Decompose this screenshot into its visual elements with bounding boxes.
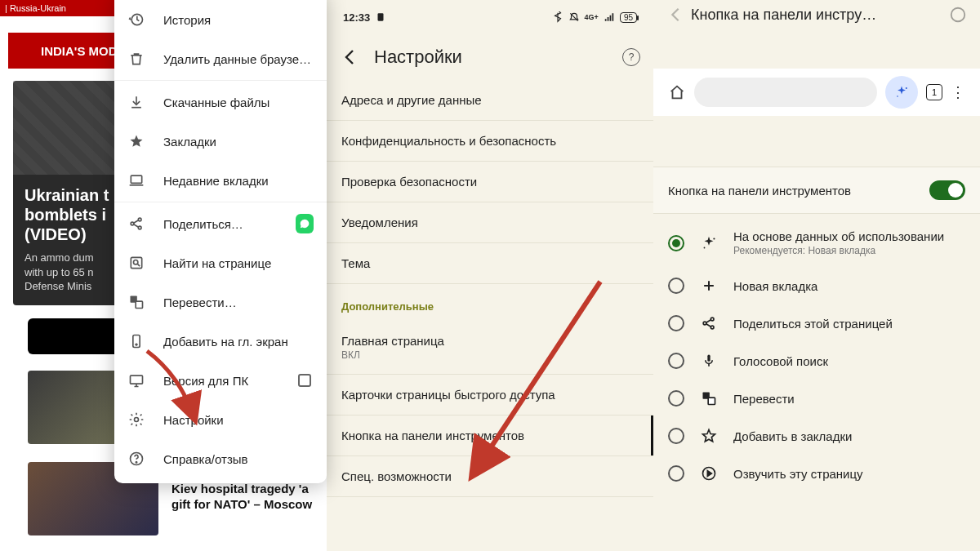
menu-recent-tabs[interactable]: Недавние вкладки xyxy=(114,161,327,200)
settings-homepage[interactable]: Главная страница ВКЛ xyxy=(327,321,653,375)
status-time: 12:33 xyxy=(343,11,370,24)
menu-settings[interactable]: Настройки xyxy=(114,400,327,439)
gear-icon xyxy=(127,411,145,429)
sim-icon xyxy=(375,11,386,23)
radio-unchecked[interactable] xyxy=(668,428,684,444)
settings-addresses[interactable]: Адреса и другие данные xyxy=(327,80,653,121)
settings-homepage-sub: ВКЛ xyxy=(341,349,639,361)
option-share-label: Поделиться этой страницей xyxy=(733,317,965,331)
overflow-icon[interactable]: ⋮ xyxy=(951,85,965,100)
back-icon[interactable] xyxy=(340,47,359,67)
spacer xyxy=(653,29,980,69)
share-icon xyxy=(699,315,719,331)
star-icon xyxy=(699,428,719,444)
svg-point-4 xyxy=(138,226,141,229)
svg-rect-8 xyxy=(136,301,142,308)
radio-unchecked[interactable] xyxy=(668,315,684,331)
radio-unchecked[interactable] xyxy=(668,353,684,369)
radio-unchecked[interactable] xyxy=(668,465,684,482)
svg-point-22 xyxy=(710,326,714,329)
trash-icon xyxy=(127,50,145,68)
menu-share[interactable]: Поделиться… xyxy=(114,204,327,243)
translate-icon xyxy=(127,293,145,311)
option-bookmark-label: Добавить в закладки xyxy=(733,429,965,443)
menu-desktop-label: Версия для ПК xyxy=(163,374,296,388)
menu-history[interactable]: История xyxy=(114,0,327,39)
laptop-icon xyxy=(127,171,145,189)
radio-unchecked[interactable] xyxy=(668,390,684,407)
option-new-tab[interactable]: Новая вкладка xyxy=(653,267,980,304)
home-icon[interactable] xyxy=(668,83,686,101)
menu-downloads-label: Скачанные файлы xyxy=(163,96,314,109)
menu-desktop[interactable]: Версия для ПК xyxy=(114,361,327,400)
option-new-tab-label: Новая вкладка xyxy=(733,279,965,293)
option-share[interactable]: Поделиться этой страницей xyxy=(653,304,980,342)
svg-point-17 xyxy=(897,96,898,97)
option-bookmark[interactable]: Добавить в закладки xyxy=(653,417,980,455)
menu-translate[interactable]: Перевести… xyxy=(114,282,327,322)
battery-icon: 95 xyxy=(620,12,637,23)
signal-icon xyxy=(604,11,615,23)
url-bar[interactable] xyxy=(694,78,877,107)
svg-point-11 xyxy=(135,418,139,422)
svg-point-20 xyxy=(703,322,706,325)
radio-unchecked[interactable] xyxy=(668,278,684,294)
toggle-switch-on[interactable] xyxy=(929,180,965,200)
menu-settings-label: Настройки xyxy=(163,413,314,427)
menu-divider xyxy=(114,80,327,81)
settings-toolbar-button-label: Кнопка на панели инструментов xyxy=(341,429,524,442)
toolbar-button-title: Кнопка на панели инстру… xyxy=(691,7,942,24)
option-read-aloud[interactable]: Озвучить эту страницу xyxy=(653,455,980,492)
svg-point-16 xyxy=(906,87,907,89)
news-thumb-2-caption[interactable]: Kiev hospital tragedy 'a gift for NATO' … xyxy=(172,482,314,513)
option-voice[interactable]: Голосовой поиск xyxy=(653,342,980,380)
option-translate-label: Перевести xyxy=(733,392,965,406)
settings-accessibility[interactable]: Спец. возможности xyxy=(327,456,653,497)
menu-clear-data[interactable]: Удалить данные браузе… xyxy=(114,39,327,78)
menu-add-home[interactable]: Добавить на гл. экран xyxy=(114,322,327,361)
settings-privacy[interactable]: Конфиденциальность и безопасность xyxy=(327,121,653,162)
settings-theme[interactable]: Тема xyxy=(327,243,653,284)
option-translate[interactable]: Перевести xyxy=(653,380,980,417)
screenshot-1: | Russia-Ukrain INDIA'S MOD Ukrainian t … xyxy=(0,0,327,551)
menu-bookmarks[interactable]: Закладки xyxy=(114,122,327,161)
settings-cards[interactable]: Карточки страницы быстрого доступа xyxy=(327,375,653,415)
menu-share-label: Поделиться… xyxy=(163,217,296,231)
info-icon[interactable] xyxy=(949,6,967,24)
browser-overflow-menu: История Удалить данные браузе… Скачанные… xyxy=(114,0,327,483)
radio-checked[interactable] xyxy=(668,235,684,251)
menu-clear-label: Удалить данные браузе… xyxy=(163,52,314,66)
desktop-checkbox[interactable] xyxy=(296,371,314,389)
settings-homepage-label: Главная страница xyxy=(341,334,639,348)
toolbar-button-toggle-row[interactable]: Кнопка на панели инструментов xyxy=(653,167,980,214)
option-usage-label: На основе данных об использовании xyxy=(733,229,965,243)
screenshot-2: 12:33 4G+ 95 Настройки ? Адреса и другие… xyxy=(327,0,653,551)
back-icon[interactable] xyxy=(666,6,684,24)
menu-help[interactable]: Справка/отзыв xyxy=(114,439,327,478)
settings-toolbar-button[interactable]: Кнопка на панели инструментов xyxy=(327,415,653,456)
svg-point-18 xyxy=(713,238,715,239)
svg-rect-10 xyxy=(131,375,143,384)
svg-rect-25 xyxy=(708,398,715,404)
settings-header: Настройки ? xyxy=(327,34,653,80)
menu-add-home-label: Добавить на гл. экран xyxy=(163,335,314,349)
sparkle-button[interactable] xyxy=(885,76,918,109)
plus-icon xyxy=(699,278,719,294)
menu-divider xyxy=(114,202,327,202)
menu-downloads[interactable]: Скачанные файлы xyxy=(114,82,327,122)
whatsapp-badge[interactable] xyxy=(296,215,314,233)
spacer xyxy=(653,116,980,167)
option-voice-label: Голосовой поиск xyxy=(733,354,965,368)
status-bar: 12:33 4G+ 95 xyxy=(327,0,653,34)
download-icon xyxy=(127,93,145,111)
menu-find[interactable]: Найти на странице xyxy=(114,243,327,282)
menu-help-label: Справка/отзыв xyxy=(163,452,314,466)
menu-recent-tabs-label: Недавние вкладки xyxy=(163,174,314,188)
help-icon[interactable]: ? xyxy=(622,48,640,66)
tab-switcher[interactable]: 1 xyxy=(926,84,942,100)
menu-find-label: Найти на странице xyxy=(163,256,314,270)
settings-notifications[interactable]: Уведомления xyxy=(327,202,653,243)
option-usage-based[interactable]: На основе данных об использовании Рекоме… xyxy=(653,219,980,267)
play-circle-icon xyxy=(699,465,719,482)
settings-safety[interactable]: Проверка безопасности xyxy=(327,162,653,202)
